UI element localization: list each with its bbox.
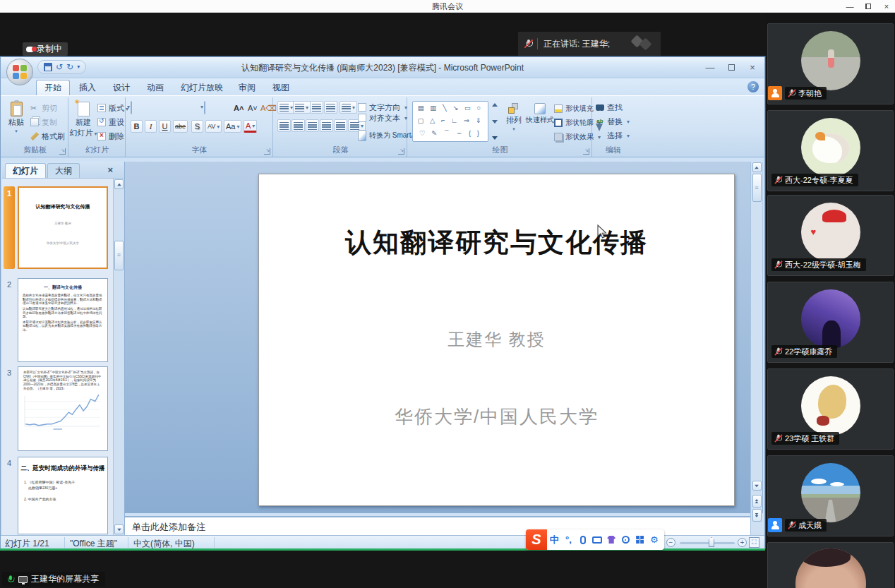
font-dialog-launcher[interactable]: ↘ (264, 148, 270, 155)
new-slide-button[interactable]: 新建 幻灯片 (69, 99, 97, 137)
ppt-maximize-button[interactable] (721, 60, 742, 74)
layout-button[interactable]: 版式 (97, 102, 128, 114)
undo-button[interactable]: ↺ (56, 63, 63, 71)
justify-button[interactable] (320, 119, 333, 132)
distribute-button[interactable] (334, 119, 347, 132)
slide-thumbnail-3[interactable]: 本研究以“文化外译”“中国文化外译”“外译”为主题词，在CNKI（中国知网）收集… (18, 366, 108, 451)
zoom-slider-track[interactable] (680, 542, 735, 544)
cut-button[interactable]: 剪切 (30, 102, 57, 114)
tab-slides-thumbnails[interactable]: 幻灯片 (5, 163, 46, 178)
find-button[interactable]: 查找 (596, 101, 623, 114)
slide-thumbnail-1[interactable]: 认知翻译研究与文化传播 王建华 教授 华侨大学/中国人民大学 (18, 186, 108, 269)
tab-outline[interactable]: 大纲 (47, 163, 80, 178)
ime-emoji-button[interactable] (618, 536, 632, 544)
paste-dropdown[interactable]: ▾ (15, 128, 18, 134)
zoom-in-button[interactable]: + (738, 538, 747, 547)
increase-indent-button[interactable] (324, 101, 337, 114)
format-painter-button[interactable]: 格式刷 (30, 130, 65, 143)
participant-tile[interactable]: 西大-22专硕-李夏夏 (767, 110, 894, 191)
ime-voice-button[interactable] (576, 536, 590, 544)
align-text-button[interactable]: 对齐文本 (358, 112, 407, 124)
scroll-down-button[interactable] (752, 481, 762, 491)
main-vertical-scrollbar[interactable] (750, 162, 762, 535)
participant-tile[interactable]: 23学硕 王轶群 (767, 368, 894, 450)
thumb-scroll-thumb[interactable] (114, 241, 124, 270)
slide-canvas[interactable]: 认知翻译研究与文化传播 王建华 教授 华侨大学/中国人民大学 (258, 174, 735, 506)
zoom-out-button[interactable]: − (666, 538, 675, 547)
ime-toolbox-button[interactable] (633, 536, 647, 544)
paragraph-dialog-launcher[interactable]: ↘ (398, 148, 404, 155)
font-name-combo[interactable] (131, 101, 132, 114)
os-minimize-button[interactable]: — (841, 0, 858, 13)
slide-thumbnail-2[interactable]: 一、翻译与文化传播 高校的文化传播需要高质量的翻译，但文化只有高质量地翻译到位的… (18, 278, 108, 362)
grow-font-button[interactable]: A˄ (232, 102, 245, 114)
os-close-button[interactable]: × (878, 0, 895, 13)
line-spacing-button[interactable] (340, 101, 357, 114)
tab-review[interactable]: 审阅 (231, 80, 263, 95)
character-spacing-button[interactable]: AV (205, 120, 222, 133)
tab-slideshow[interactable]: 幻灯片放映 (173, 80, 231, 95)
ime-settings-button[interactable]: ⚙ (647, 534, 661, 545)
scroll-up-button[interactable] (752, 162, 762, 172)
shape-gallery[interactable]: ▤ ▥ ╲ ↘ ▭ ○ ▢ △ ⌐ ∟ ⇒ ⇓ ♡ ✎ ⌒ ～ { } (412, 101, 488, 142)
ime-punctuation-button[interactable]: °, (561, 534, 575, 545)
align-right-button[interactable] (306, 119, 319, 132)
reset-button[interactable]: 重设 (97, 116, 124, 128)
thumb-scroll-down[interactable] (114, 524, 124, 534)
fit-to-window-button[interactable]: ⛶ (749, 537, 759, 548)
ppt-close-button[interactable]: × (742, 60, 763, 74)
shrink-font-button[interactable]: A˅ (246, 102, 259, 114)
italic-button[interactable]: I (145, 120, 157, 133)
next-slide-button[interactable] (752, 509, 762, 522)
tab-insert[interactable]: 插入 (71, 80, 104, 95)
office-button[interactable] (6, 59, 33, 85)
font-size-combo[interactable] (204, 101, 205, 114)
participant-tile[interactable] (767, 542, 894, 588)
ppt-minimize-button[interactable]: — (699, 60, 721, 74)
participant-tile[interactable]: 成天娥 (767, 455, 894, 536)
tab-home[interactable]: 开始 (36, 80, 70, 95)
os-restore-button[interactable] (860, 0, 877, 13)
previous-slide-button[interactable] (752, 495, 762, 508)
redo-button[interactable]: ↻ (66, 63, 73, 71)
slide-thumbnail-4[interactable]: 二、延安时期成功的外译与传播 1. 《红星照耀中国》斯诺-吴先干 伦敦销量230… (18, 457, 108, 534)
select-button[interactable]: 选择 (596, 129, 630, 142)
clipboard-dialog-launcher[interactable]: ↘ (59, 148, 66, 155)
qat-customize-button[interactable]: ▾ (77, 64, 80, 70)
tab-view[interactable]: 视图 (265, 80, 297, 95)
sogou-logo-icon[interactable]: S (526, 529, 547, 550)
quick-styles-button[interactable]: 快速样式 (526, 100, 554, 124)
copy-button[interactable]: 复制 (30, 116, 57, 128)
font-color-button[interactable]: A (244, 120, 257, 133)
zoom-slider-thumb[interactable] (709, 537, 714, 547)
scroll-thumb[interactable] (752, 174, 762, 202)
decrease-indent-button[interactable] (310, 101, 323, 114)
participant-tile[interactable]: 22学硕康露乔 (767, 282, 894, 363)
strikethrough-button[interactable]: abe (173, 120, 188, 133)
paste-button[interactable]: 粘贴 ▾ (4, 99, 29, 134)
slide-affiliation[interactable]: 华侨大学/中国人民大学 (259, 404, 734, 429)
thumbnails-scrollbar[interactable] (113, 179, 124, 535)
text-shadow-button[interactable]: S (191, 120, 203, 133)
change-case-button[interactable]: Aa (224, 120, 241, 133)
slide-title[interactable]: 认知翻译研究与文化传播 (259, 225, 734, 260)
numbering-button[interactable] (293, 101, 311, 114)
ime-soft-keyboard-button[interactable] (590, 536, 604, 544)
participant-tile[interactable]: 李朝艳 (767, 23, 894, 104)
drawing-dialog-launcher[interactable]: ↘ (583, 148, 589, 155)
help-button[interactable]: ? (747, 81, 759, 92)
panel-close-button[interactable]: × (107, 164, 113, 175)
save-button[interactable] (44, 63, 52, 71)
ime-skin-button[interactable] (604, 536, 618, 544)
tab-design[interactable]: 设计 (105, 80, 138, 95)
underline-button[interactable]: U (159, 120, 171, 133)
shape-gallery-scroll[interactable] (491, 101, 499, 142)
thumb-scroll-up[interactable] (114, 179, 124, 189)
bold-button[interactable]: B (131, 120, 143, 133)
tab-animations[interactable]: 动画 (139, 80, 172, 95)
delete-slide-button[interactable]: 删除 (97, 130, 124, 143)
slide-author[interactable]: 王建华 教授 (259, 328, 734, 351)
ime-chinese-mode-button[interactable]: 中 (547, 534, 561, 546)
align-center-button[interactable] (292, 119, 305, 132)
align-left-button[interactable] (277, 119, 291, 132)
